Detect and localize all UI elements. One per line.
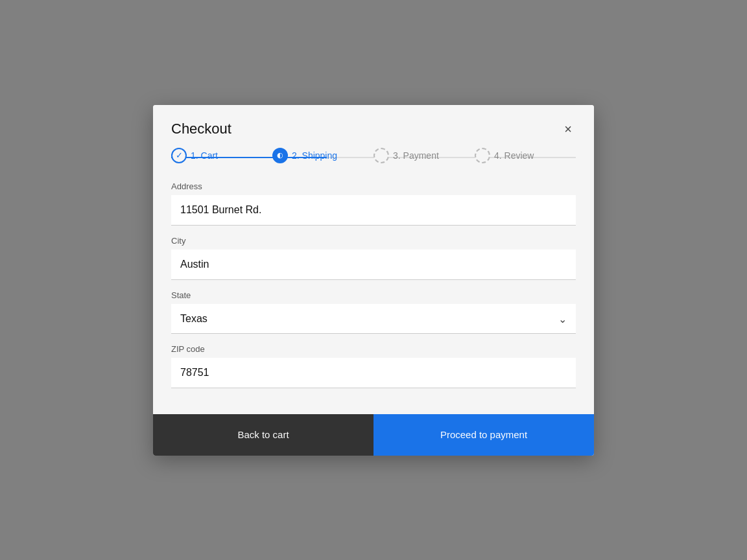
city-input[interactable] [171, 250, 576, 280]
city-group: City [171, 236, 576, 280]
step-cart: ✓ 1. Cart [171, 148, 272, 163]
close-button[interactable]: × [560, 121, 576, 137]
state-group: State AlabamaAlaskaArizonaArkansasCalifo… [171, 290, 576, 334]
step-shipping: ◐ 2. Shipping [272, 148, 374, 163]
proceed-to-payment-button[interactable]: Proceed to payment [374, 414, 594, 456]
checkout-modal: Checkout × ✓ 1. Cart ◐ 2. Shipping 3. Pa… [153, 105, 594, 456]
address-group: Address [171, 181, 576, 226]
state-select[interactable]: AlabamaAlaskaArizonaArkansasCaliforniaCo… [171, 304, 576, 334]
step-label-cart: 1. Cart [191, 150, 218, 161]
back-to-cart-button[interactable]: Back to cart [153, 414, 374, 456]
stepper: ✓ 1. Cart ◐ 2. Shipping 3. Payment 4. Re… [153, 148, 594, 176]
step-circle-shipping: ◐ [272, 148, 288, 163]
modal-title: Checkout [171, 121, 231, 137]
step-circle-payment [374, 148, 389, 163]
modal-footer: Back to cart Proceed to payment [153, 414, 594, 456]
zip-group: ZIP code [171, 344, 576, 388]
step-label-review: 4. Review [494, 150, 534, 161]
zip-input[interactable] [171, 358, 576, 388]
city-label: City [171, 236, 576, 246]
zip-label: ZIP code [171, 344, 576, 354]
step-circle-cart: ✓ [171, 148, 187, 163]
address-label: Address [171, 181, 576, 191]
step-label-shipping: 2. Shipping [292, 150, 337, 161]
step-review: 4. Review [475, 148, 576, 163]
modal-body: Address City State AlabamaAlaskaArizonaA… [153, 176, 594, 414]
state-select-wrapper: AlabamaAlaskaArizonaArkansasCaliforniaCo… [171, 304, 576, 334]
step-circle-review [475, 148, 490, 163]
step-payment: 3. Payment [374, 148, 475, 163]
address-input[interactable] [171, 195, 576, 226]
step-label-payment: 3. Payment [393, 150, 439, 161]
modal-header: Checkout × [153, 105, 594, 148]
state-label: State [171, 290, 576, 300]
